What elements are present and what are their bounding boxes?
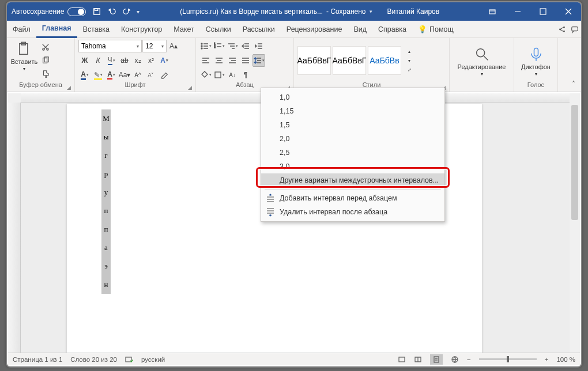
zoom-in-button[interactable]: + — [545, 356, 549, 363]
share-icon[interactable] — [556, 23, 568, 36]
char: ы — [101, 128, 111, 146]
grow-font-icon[interactable]: A^ — [131, 69, 144, 81]
char: п — [101, 202, 111, 220]
tab-design[interactable]: Конструктор — [115, 21, 168, 38]
autosave-toggle[interactable] — [67, 7, 86, 16]
tell-me[interactable]: 💡Помощ — [412, 21, 459, 38]
show-marks-icon[interactable]: ¶ — [239, 69, 252, 81]
ribbon-display-icon[interactable] — [480, 2, 505, 21]
decrease-indent-icon[interactable] — [239, 40, 252, 52]
dictate-button[interactable]: Диктофон ▾ — [522, 45, 550, 77]
tab-insert[interactable]: Вставка — [77, 21, 115, 38]
sort-icon[interactable]: A↓ — [226, 69, 239, 81]
user-name: Виталий Каиров — [387, 7, 440, 16]
paste-button[interactable]: Вставить ▾ — [10, 40, 38, 71]
styles-more-icon[interactable]: ⤢ — [403, 65, 416, 74]
style-normal[interactable]: АаБбВвГ — [297, 46, 331, 75]
ls-option-1_15[interactable]: 1,15 — [261, 104, 444, 118]
tab-references[interactable]: Ссылки — [200, 21, 237, 38]
ls-option-2_5[interactable]: 2,5 — [261, 146, 444, 160]
copy-icon[interactable] — [39, 54, 52, 67]
styles-down-icon[interactable]: ▾ — [403, 56, 416, 65]
ls-option-1_0[interactable]: 1,0 — [261, 90, 444, 104]
bold-button[interactable]: Ж — [78, 54, 91, 67]
print-layout-icon[interactable] — [430, 354, 443, 365]
qat-overflow-icon[interactable]: ▾ — [137, 9, 140, 15]
maximize-button[interactable] — [530, 2, 556, 21]
borders-icon[interactable] — [213, 69, 225, 81]
style-heading[interactable]: АаБбВв — [368, 46, 401, 75]
ls-option-2_0[interactable]: 2,0 — [261, 132, 444, 146]
zoom-out-button[interactable]: − — [467, 356, 471, 363]
focus-mode-icon[interactable] — [398, 355, 406, 364]
cut-icon[interactable] — [39, 41, 52, 54]
title-dropdown-icon[interactable]: ▾ — [370, 9, 372, 14]
text-effects-icon[interactable]: A — [158, 54, 171, 67]
page-indicator[interactable]: Страница 1 из 1 — [13, 356, 62, 363]
document-text[interactable]: Мы группа эн — [101, 109, 111, 294]
ls-option-more[interactable]: Другие варианты междустрочных интервалов… — [261, 173, 444, 187]
word-count[interactable]: Слово 20 из 20 — [70, 356, 117, 363]
italic-button[interactable]: К — [92, 54, 104, 67]
shrink-font-icon[interactable]: A˅ — [145, 69, 157, 81]
bullets-icon[interactable] — [199, 40, 212, 52]
spellcheck-icon[interactable] — [125, 355, 133, 364]
superscript-button[interactable]: x² — [145, 54, 157, 67]
clear-format-icon[interactable] — [158, 69, 171, 81]
shading-icon[interactable] — [199, 69, 212, 81]
vertical-scrollbar[interactable] — [570, 103, 580, 353]
align-right-icon[interactable] — [226, 54, 239, 67]
ls-add-before[interactable]: Добавить интервал перед абзацем — [261, 191, 444, 205]
format-painter-icon[interactable] — [39, 67, 52, 80]
remove-space-after-icon — [266, 207, 275, 217]
font-color-icon[interactable]: A — [78, 69, 91, 81]
ls-option-1_5[interactable]: 1,5 — [261, 118, 444, 132]
clipboard-launcher-icon[interactable]: ◢ — [67, 85, 71, 90]
redo-icon[interactable] — [119, 2, 134, 21]
scroll-thumb[interactable] — [571, 105, 578, 220]
styles-up-icon[interactable]: ▴ — [403, 47, 416, 56]
subscript-button[interactable]: x₂ — [131, 54, 144, 67]
tab-review[interactable]: Рецензирование — [281, 21, 348, 38]
tab-file[interactable]: Файл — [7, 21, 36, 38]
close-button[interactable] — [556, 2, 581, 21]
tab-mailings[interactable]: Рассылки — [237, 21, 281, 38]
strike-button[interactable]: ab — [118, 54, 131, 67]
font-size-select[interactable]: 12▾ — [142, 40, 167, 52]
font-family-select[interactable]: Tahoma▾ — [78, 40, 142, 52]
group-label-clipboard: Буфер обмена — [19, 81, 62, 88]
read-mode-icon[interactable] — [414, 355, 422, 364]
line-spacing-button[interactable] — [252, 54, 265, 67]
zoom-level[interactable]: 100 % — [556, 356, 575, 363]
web-layout-icon[interactable] — [451, 355, 459, 364]
find-button[interactable]: Редактирование ▾ — [453, 45, 511, 77]
increase-indent-icon[interactable] — [252, 40, 265, 52]
language-indicator[interactable]: русский — [141, 356, 165, 363]
change-case-icon[interactable]: Aa▾ — [118, 69, 131, 81]
tab-view[interactable]: Вид — [348, 21, 372, 38]
collapse-ribbon-icon[interactable]: ˄ — [567, 78, 580, 90]
ls-remove-after[interactable]: Удалить интервал после абзаца — [261, 205, 444, 219]
ls-option-3_0[interactable]: 3,0 — [261, 160, 444, 173]
undo-icon[interactable] — [104, 2, 119, 21]
align-center-icon[interactable] — [213, 54, 225, 67]
font-launcher-icon[interactable]: ◢ — [188, 85, 192, 90]
align-left-icon[interactable] — [199, 54, 212, 67]
comments-icon[interactable] — [568, 23, 581, 36]
vertical-ruler[interactable] — [8, 103, 21, 353]
minimize-button[interactable] — [505, 2, 530, 21]
status-bar: Страница 1 из 1 Слово 20 из 20 русский −… — [8, 353, 580, 365]
zoom-slider[interactable] — [479, 358, 537, 360]
justify-icon[interactable] — [239, 54, 252, 67]
highlight-icon[interactable]: ✎ — [92, 69, 104, 81]
increase-font-icon[interactable]: A▴ — [167, 40, 180, 52]
tab-layout[interactable]: Макет — [168, 21, 199, 38]
font-fill-icon[interactable]: A — [105, 69, 118, 81]
tab-home[interactable]: Главная — [36, 21, 77, 38]
underline-button[interactable]: Ч — [105, 54, 118, 67]
numbering-icon[interactable]: 12 — [213, 40, 225, 52]
multilevel-icon[interactable] — [226, 40, 239, 52]
save-icon[interactable] — [89, 2, 104, 21]
tab-help[interactable]: Справка — [372, 21, 412, 38]
style-nospacing[interactable]: АаБбВвГ — [333, 46, 366, 75]
